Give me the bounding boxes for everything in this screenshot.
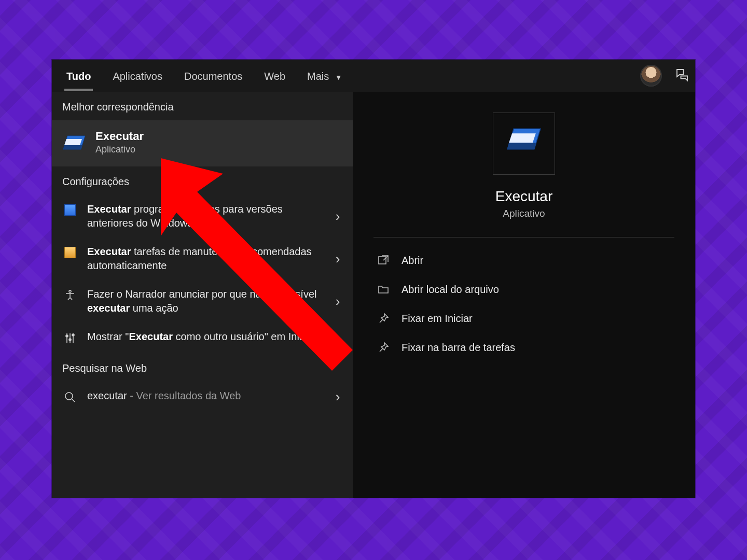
tab-more-label: Mais bbox=[307, 71, 329, 82]
web-result[interactable]: executar - Ver resultados da Web › bbox=[52, 382, 353, 412]
chevron-right-icon: › bbox=[330, 208, 345, 225]
svg-point-4 bbox=[65, 393, 73, 400]
feedback-icon[interactable] bbox=[674, 67, 690, 85]
settings-icon bbox=[62, 202, 78, 216]
settings-icon bbox=[62, 245, 78, 258]
open-icon bbox=[377, 254, 390, 267]
pin-icon bbox=[377, 312, 390, 325]
tab-apps[interactable]: Aplicativos bbox=[103, 61, 172, 91]
action-open[interactable]: Abrir bbox=[374, 246, 674, 275]
section-web-search: Pesquisar na Web bbox=[52, 353, 353, 382]
action-pin-start[interactable]: Fixar em Iniciar bbox=[374, 304, 674, 333]
sliders-icon bbox=[62, 330, 78, 344]
svg-point-2 bbox=[69, 339, 71, 341]
results-list: Melhor correspondência Executar Aplicati… bbox=[52, 92, 353, 498]
tab-all[interactable]: Tudo bbox=[57, 61, 100, 91]
user-avatar[interactable] bbox=[640, 65, 662, 87]
divider bbox=[374, 237, 674, 237]
run-icon bbox=[506, 125, 542, 162]
svg-rect-5 bbox=[379, 257, 386, 264]
tab-documents[interactable]: Documentos bbox=[175, 61, 252, 91]
settings-result-maintenance[interactable]: Executar tarefas de manutenção recomenda… bbox=[52, 237, 353, 280]
preview-icon-card bbox=[493, 113, 555, 175]
chevron-right-icon: › bbox=[330, 389, 345, 405]
settings-result-runas[interactable]: Mostrar "Executar como outro usuário" em… bbox=[52, 323, 353, 353]
best-match-item[interactable]: Executar Aplicativo bbox=[52, 120, 353, 166]
run-icon bbox=[62, 131, 86, 155]
settings-result-narrator[interactable]: Fazer o Narrador anunciar por que não é … bbox=[52, 280, 353, 323]
section-best-match: Melhor correspondência bbox=[52, 92, 353, 120]
settings-result-compat[interactable]: Executar programas criados para versões … bbox=[52, 195, 353, 237]
action-open-location[interactable]: Abrir local do arquivo bbox=[374, 275, 674, 304]
search-panel: Tudo Aplicativos Documentos Web Mais ▼ M… bbox=[52, 60, 695, 498]
svg-point-0 bbox=[69, 290, 71, 292]
action-pin-taskbar[interactable]: Fixar na barra de tarefas bbox=[374, 333, 674, 362]
preview-subtitle: Aplicativo bbox=[374, 208, 674, 219]
tab-web[interactable]: Web bbox=[255, 61, 295, 91]
chevron-right-icon: › bbox=[330, 330, 345, 346]
section-settings: Configurações bbox=[52, 166, 353, 195]
best-match-subtitle: Aplicativo bbox=[95, 144, 144, 155]
chevron-down-icon: ▼ bbox=[335, 73, 342, 81]
svg-point-1 bbox=[66, 335, 68, 337]
tab-more[interactable]: Mais ▼ bbox=[298, 61, 352, 91]
folder-icon bbox=[377, 283, 390, 296]
search-icon bbox=[62, 389, 78, 403]
chevron-right-icon: › bbox=[330, 251, 345, 267]
preview-pane: Executar Aplicativo Abrir Abrir local do… bbox=[353, 92, 695, 498]
chevron-right-icon: › bbox=[330, 293, 345, 310]
filter-tabs: Tudo Aplicativos Documentos Web Mais ▼ bbox=[52, 60, 695, 92]
accessibility-icon bbox=[62, 287, 78, 302]
pin-icon bbox=[377, 341, 390, 354]
preview-title: Executar bbox=[374, 188, 674, 205]
svg-point-3 bbox=[72, 334, 74, 336]
best-match-title: Executar bbox=[95, 130, 144, 143]
